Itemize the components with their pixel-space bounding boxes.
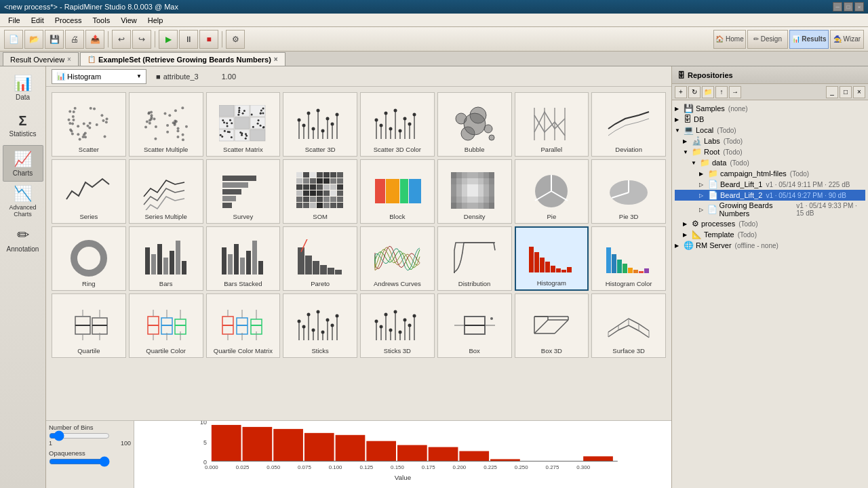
settings-btn[interactable]: ⚙ — [226, 30, 245, 49]
chart-cell-distribution[interactable]: Distribution — [437, 226, 512, 291]
chart-cell-series-multiple[interactable]: Series Multiple — [129, 159, 203, 224]
tree-item-7[interactable]: ▷ 📄 Beard_Lift_1 v1 · 05/14 9:11 PM · 22… — [675, 179, 865, 190]
rp-refresh-btn[interactable]: ↻ — [688, 86, 701, 98]
chart-cell-andrews-curves[interactable]: Andrews Curves — [360, 226, 435, 291]
chart-cell-histogram-color[interactable]: Histogram Color — [591, 226, 666, 291]
tree-item-4[interactable]: ▼ 📁 Root (Todo) — [675, 146, 865, 157]
svg-point-88 — [263, 126, 265, 128]
pause-btn[interactable]: ⏸ — [179, 30, 198, 49]
stop-btn[interactable]: ■ — [199, 30, 218, 49]
sidebar-item-statistics[interactable]: Σ Statistics — [3, 107, 43, 144]
svg-rect-161 — [330, 172, 336, 178]
chart-cell-box-3d[interactable]: Box 3D — [515, 293, 589, 358]
tree-item-11[interactable]: ▶ 📐 Template (Todo) — [675, 229, 865, 240]
chart-cell-density[interactable]: Density — [437, 159, 512, 224]
chart-grid-container[interactable]: ScatterScatter MultipleScatter MatrixSca… — [46, 87, 671, 420]
rp-nav-btn[interactable]: → — [729, 86, 741, 98]
chart-cell-scatter[interactable]: Scatter — [52, 92, 126, 157]
menu-edit[interactable]: Edit — [26, 15, 50, 26]
run-btn[interactable]: ▶ — [159, 30, 178, 49]
home-btn[interactable]: 🏠 Home — [713, 30, 746, 49]
bins-slider[interactable] — [49, 432, 110, 439]
menu-file[interactable]: File — [3, 15, 26, 26]
chart-cell-scatter-matrix[interactable]: Scatter Matrix — [206, 92, 281, 157]
rp-min-btn[interactable]: _ — [826, 86, 838, 98]
chart-cell-bubble[interactable]: Bubble — [437, 92, 512, 157]
svg-rect-271 — [252, 241, 257, 274]
chart-cell-quartile[interactable]: Quartile — [52, 293, 126, 358]
export-btn[interactable]: 📤 — [85, 30, 104, 49]
chart-cell-surface-3d[interactable]: Surface 3D — [591, 293, 666, 358]
menu-process[interactable]: Process — [50, 15, 87, 26]
chart-cell-som[interactable]: SOM — [283, 159, 357, 224]
chart-cell-pie[interactable]: Pie — [515, 159, 589, 224]
chart-cell-quartile-color[interactable]: Quartile Color — [129, 293, 203, 358]
tab-result-close[interactable]: × — [67, 56, 71, 63]
tree-item-3[interactable]: ▶ 🔬 Labs (Todo) — [675, 136, 865, 146]
forward-btn[interactable]: ↪ — [132, 30, 151, 49]
new-btn[interactable]: 📄 — [4, 30, 23, 49]
chart-cell-box[interactable]: Box — [437, 293, 512, 358]
tab-example-close[interactable]: × — [274, 56, 278, 63]
results-btn[interactable]: 📊 Results — [789, 30, 829, 49]
save-btn[interactable]: 💾 — [45, 30, 64, 49]
rp-close-btn[interactable]: × — [853, 86, 865, 98]
chart-cell-sticks-3d[interactable]: Sticks 3D — [360, 293, 435, 358]
sidebar-charts-label: Charts — [13, 169, 33, 177]
tree-item-0[interactable]: ▶ 💾 Samples (none) — [675, 103, 865, 114]
tab-exampleset[interactable]: 📋 ExampleSet (Retrieve Growing Beards Nu… — [80, 52, 285, 66]
tree-item-8[interactable]: ▷ 📄 Beard_Lift_2 v1 · 05/14 9:27 PM · 90… — [675, 190, 865, 201]
sidebar-item-advanced-charts[interactable]: 📉 Advanced Charts — [3, 183, 43, 220]
chart-cell-survey[interactable]: Survey — [206, 159, 281, 224]
tree-item-12[interactable]: ▶ 🌐 RM Server (offline - none) — [675, 240, 865, 251]
chart-cell-bars-stacked[interactable]: Bars Stacked — [206, 226, 281, 291]
chart-cell-scatter-multiple[interactable]: Scatter Multiple — [129, 92, 203, 157]
chart-cell-ring[interactable]: Ring — [52, 226, 126, 291]
svg-rect-223 — [473, 184, 478, 190]
rp-up-btn[interactable]: ↑ — [715, 86, 728, 98]
rp-folder-btn[interactable]: 📁 — [702, 86, 714, 98]
menu-help[interactable]: Help — [142, 15, 169, 26]
back-btn[interactable]: ↩ — [112, 30, 131, 49]
toolbar-sep-3 — [222, 31, 222, 47]
chart-cell-sticks[interactable]: Sticks — [283, 293, 357, 358]
chart-cell-scatter-3d[interactable]: Scatter 3D — [283, 92, 357, 157]
design-btn[interactable]: ✏ Design — [747, 30, 788, 49]
close-btn[interactable]: × — [854, 2, 864, 12]
chart-type-dropdown[interactable]: 📊 Histogram ▼ — [52, 69, 146, 84]
chart-cell-block[interactable]: Block — [360, 159, 435, 224]
chart-cell-pareto[interactable]: Pareto — [283, 226, 357, 291]
print-btn[interactable]: 🖨 — [65, 30, 84, 49]
wizard-btn[interactable]: 🧙 Wizar — [830, 30, 864, 49]
chart-cell-scatter-3d-color[interactable]: Scatter 3D Color — [360, 92, 435, 157]
tree-item-1[interactable]: ▶ 🗄 DB — [675, 114, 865, 125]
opacity-slider[interactable] — [49, 458, 110, 465]
rp-max-btn[interactable]: □ — [840, 86, 852, 98]
chart-cell-quartile-color-matrix[interactable]: Quartile Color Matrix — [206, 293, 281, 358]
tab-result-overview[interactable]: Result Overview × — [3, 52, 79, 66]
chart-thumb-bars-stacked — [218, 238, 267, 279]
open-btn[interactable]: 📂 — [24, 30, 43, 49]
rp-add-btn[interactable]: + — [675, 86, 687, 98]
sidebar-item-data[interactable]: 📊 Data — [3, 69, 43, 106]
chart-cell-series[interactable]: Series — [52, 159, 126, 224]
tree-item-6[interactable]: ▶ 📁 campaign_html-files (Todo) — [675, 168, 865, 179]
tree-item-5[interactable]: ▼ 📁 data (Todo) — [675, 157, 865, 168]
svg-rect-292 — [633, 270, 638, 273]
svg-rect-283 — [551, 266, 555, 272]
chart-cell-histogram[interactable]: Histogram — [515, 226, 589, 291]
minimize-btn[interactable]: ─ — [833, 2, 842, 12]
svg-text:0.300: 0.300 — [576, 464, 590, 470]
chart-cell-parallel[interactable]: Parallel — [515, 92, 589, 157]
chart-cell-pie-3d[interactable]: Pie 3D — [591, 159, 666, 224]
sidebar-item-annotation[interactable]: ✏ Annotation — [3, 221, 43, 258]
menu-tools[interactable]: Tools — [87, 15, 115, 26]
chart-cell-bars[interactable]: Bars — [129, 226, 203, 291]
menu-view[interactable]: View — [115, 15, 142, 26]
maximize-btn[interactable]: □ — [844, 2, 853, 12]
tree-item-9[interactable]: ▷ 📄 Growing Beards Numbers v1 · 05/14 9:… — [675, 201, 865, 218]
sidebar-item-charts[interactable]: 📈 Charts — [3, 145, 43, 182]
tree-item-10[interactable]: ▶ ⚙ processes (Todo) — [675, 218, 865, 229]
tree-item-2[interactable]: ▼ 💻 Local (Todo) — [675, 125, 865, 136]
chart-cell-deviation[interactable]: Deviation — [591, 92, 666, 157]
